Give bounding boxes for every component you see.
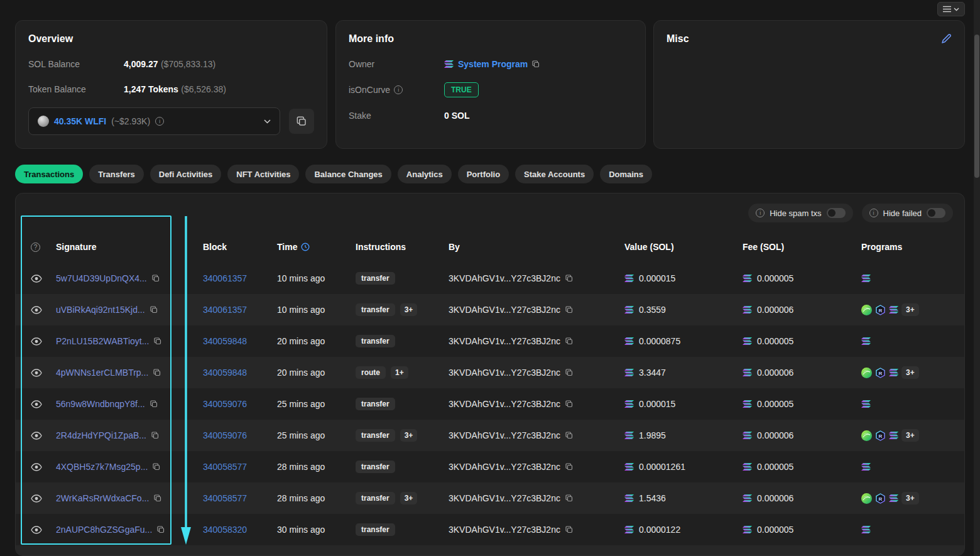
tab-nft-activities[interactable]: NFT Activities (227, 165, 299, 183)
block-link[interactable]: 340059848 (203, 368, 247, 378)
copy-icon[interactable] (565, 337, 573, 345)
owner-program-link[interactable]: System Program (458, 59, 528, 69)
copy-icon[interactable] (565, 463, 573, 471)
tab-stake-accounts[interactable]: Stake Accounts (515, 165, 594, 183)
toggle-switch[interactable] (927, 208, 945, 218)
copy-icon[interactable] (565, 275, 573, 282)
eye-icon (31, 526, 42, 534)
tab-defi-activities[interactable]: Defi Activities (150, 165, 222, 183)
copy-icon[interactable] (154, 337, 161, 345)
copy-icon[interactable] (532, 60, 540, 68)
block-link[interactable]: 340059076 (203, 430, 247, 440)
filter-hide-failed[interactable]: iHide failed (862, 204, 953, 222)
by-address[interactable]: 3KVDAhGV1v...Y27c3BJ2nc (449, 399, 560, 409)
solana-icon (624, 400, 634, 408)
table-view-menu-button[interactable] (937, 2, 965, 16)
svg-text:R: R (879, 433, 883, 439)
token-selector-dropdown[interactable]: 40.35K WLFI (~$2.93K) i (28, 107, 280, 135)
tab-domains[interactable]: Domains (600, 165, 652, 183)
misc-title: Misc (667, 33, 952, 45)
scrollbar-thumb[interactable] (974, 35, 979, 178)
by-address[interactable]: 3KVDAhGV1v...Y27c3BJ2nc (449, 305, 560, 315)
table-row: 2WrKaRsRrWdxaCFo...34005857728 mins agot… (16, 482, 964, 514)
preview-transaction-button[interactable] (31, 275, 42, 283)
preview-transaction-button[interactable] (31, 369, 42, 377)
block-link[interactable]: 340058577 (203, 493, 247, 503)
signature-link[interactable]: P2nLU15B2WABTioyt... (56, 336, 149, 346)
by-address[interactable]: 3KVDAhGV1v...Y27c3BJ2nc (449, 525, 560, 535)
block-link[interactable]: 340059076 (203, 399, 247, 409)
solana-icon (624, 526, 634, 533)
signature-link[interactable]: 56n9w8WndbnqpY8f... (56, 399, 145, 409)
programs-cell: R3+ (861, 303, 964, 316)
block-link[interactable]: 340058577 (203, 462, 247, 472)
copy-icon[interactable] (150, 306, 158, 313)
preview-transaction-button[interactable] (31, 463, 42, 471)
solana-icon (624, 494, 634, 502)
col-time[interactable]: Time (277, 242, 356, 252)
col-programs: Programs (861, 242, 964, 252)
preview-transaction-button[interactable] (31, 494, 42, 503)
copy-icon[interactable] (565, 526, 573, 533)
fee-amount: 0.000006 (757, 493, 793, 503)
by-address[interactable]: 3KVDAhGV1v...Y27c3BJ2nc (449, 336, 560, 346)
copy-token-account-button[interactable] (289, 109, 314, 134)
tab-transfers[interactable]: Transfers (89, 165, 144, 183)
toggle-knob (928, 209, 935, 217)
by-address[interactable]: 3KVDAhGV1v...Y27c3BJ2nc (449, 273, 560, 283)
eye-icon (31, 275, 42, 283)
tab-analytics[interactable]: Analytics (398, 165, 452, 183)
signature-link[interactable]: 5w7U4D39UpDnQX4... (56, 273, 147, 283)
copy-icon[interactable] (154, 494, 161, 502)
programs-cell: R3+ (861, 429, 964, 442)
copy-icon[interactable] (153, 369, 161, 376)
value-amount: 0.000015 (639, 273, 675, 283)
preview-transaction-button[interactable] (31, 306, 42, 314)
tab-transactions[interactable]: Transactions (15, 165, 83, 183)
edit-button[interactable] (941, 33, 952, 46)
info-icon: i (869, 209, 878, 217)
col-value: Value (SOL) (624, 242, 743, 252)
copy-icon[interactable] (150, 400, 158, 408)
preview-transaction-button[interactable] (31, 526, 42, 534)
preview-transaction-button[interactable] (31, 400, 42, 408)
signature-link[interactable]: 2R4dzHdYPQi1ZpaB... (56, 430, 146, 440)
copy-icon[interactable] (157, 526, 165, 533)
tab-balance-changes[interactable]: Balance Changes (305, 165, 391, 183)
copy-icon[interactable] (152, 275, 160, 282)
copy-icon[interactable] (153, 463, 160, 471)
signature-link[interactable]: 2WrKaRsRrWdxaCFo... (56, 493, 149, 503)
copy-icon[interactable] (565, 306, 573, 313)
by-address[interactable]: 3KVDAhGV1v...Y27c3BJ2nc (449, 462, 560, 472)
instruction-badge: transfer (356, 398, 395, 410)
copy-icon[interactable] (565, 400, 573, 408)
copy-icon[interactable] (565, 494, 573, 502)
eye-icon (31, 432, 42, 440)
toggle-switch[interactable] (827, 208, 846, 218)
solana-icon (624, 337, 634, 345)
preview-transaction-button[interactable] (31, 432, 42, 440)
signature-link[interactable]: 4pWNNs1erCLMBTrp... (56, 368, 148, 378)
preview-transaction-button[interactable] (31, 337, 42, 346)
solana-icon (861, 463, 871, 471)
table-row: 4pWNNs1erCLMBTrp...34005984820 mins agor… (16, 357, 964, 388)
by-address[interactable]: 3KVDAhGV1v...Y27c3BJ2nc (449, 430, 560, 440)
solana-icon (743, 526, 752, 533)
copy-icon[interactable] (565, 432, 573, 439)
signature-link[interactable]: uVBiRkAqi92nt15Kjd... (56, 305, 145, 315)
block-link[interactable]: 340061357 (203, 273, 247, 283)
page-scrollbar[interactable] (974, 0, 980, 556)
block-link[interactable]: 340058320 (203, 525, 247, 535)
signature-link[interactable]: 2nAUPC8hGZSGgaFu... (56, 525, 152, 535)
tab-portfolio[interactable]: Portfolio (458, 165, 509, 183)
by-address[interactable]: 3KVDAhGV1v...Y27c3BJ2nc (449, 368, 560, 378)
solana-icon (861, 337, 871, 345)
signature-link[interactable]: 4XQBH5z7k7Msg25p... (56, 462, 148, 472)
by-address[interactable]: 3KVDAhGV1v...Y27c3BJ2nc (449, 493, 560, 503)
programs-more-badge: 3+ (901, 366, 919, 379)
copy-icon[interactable] (151, 432, 159, 439)
copy-icon[interactable] (565, 369, 573, 376)
block-link[interactable]: 340061357 (203, 305, 247, 315)
filter-hide-spam-txs[interactable]: iHide spam txs (748, 204, 852, 222)
block-link[interactable]: 340059848 (203, 336, 247, 346)
